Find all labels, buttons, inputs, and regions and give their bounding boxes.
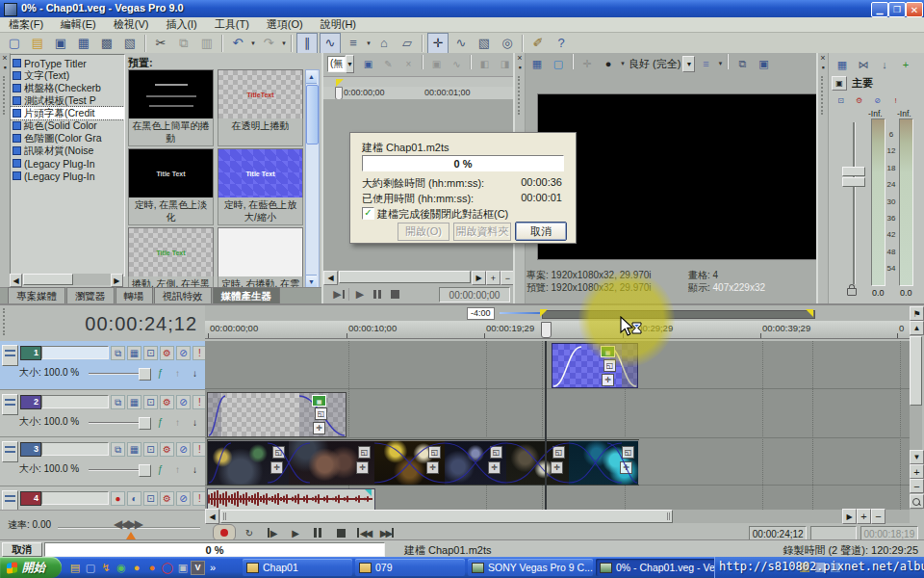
preset-thumbnail[interactable]	[128, 69, 214, 119]
master-automation-icon[interactable]: ⊡	[833, 92, 849, 109]
track-header-1[interactable]: 1⧉▦⊡⚙⊘!大小: 100.0 %ƒ↑↓	[0, 341, 205, 390]
snap-toggle-icon[interactable]: ∥	[296, 33, 318, 54]
ql-camera-icon[interactable]: ▣	[175, 560, 191, 575]
pin-panel-icon[interactable]: ▪	[515, 63, 525, 72]
track-name-field[interactable]	[41, 491, 109, 505]
arm-record-icon[interactable]: ●	[111, 491, 125, 506]
automation-settings-icon[interactable]: ⊡	[143, 346, 158, 360]
meter-right[interactable]	[899, 118, 913, 286]
ql-opera-icon[interactable]: ◯	[160, 560, 175, 575]
preset-thumbnail[interactable]: TitleText	[218, 69, 303, 119]
param-slider-handle[interactable]	[139, 368, 151, 381]
tab-專案媒體[interactable]: 專案媒體	[8, 287, 65, 304]
trimmer-marker-icon[interactable]	[336, 79, 344, 87]
taskbar-button[interactable]: SONY Vegas Pro 9 C...	[468, 559, 593, 576]
undo-dropdown-icon[interactable]: ▼	[249, 40, 257, 46]
fade-down-icon[interactable]: ↓	[189, 367, 201, 380]
preset-thumbnail[interactable]: Title Text	[128, 148, 214, 198]
interactive-tutorials-icon[interactable]: ✐	[527, 33, 549, 54]
track-minimize-button[interactable]	[2, 345, 18, 366]
generator-item[interactable]: 片頭字幕(Credit	[11, 107, 124, 119]
fx-badge-icon[interactable]: ƒ	[154, 416, 167, 429]
preview-properties-icon[interactable]: ▦	[527, 54, 547, 73]
preset-thumbnail[interactable]: Title Text	[218, 148, 303, 198]
audio-fade-handle-icon[interactable]	[365, 489, 372, 496]
close-panel-icon[interactable]: ×	[0, 53, 10, 63]
cancel-render-button[interactable]: 取消	[2, 542, 42, 557]
timeline-vscrollbar[interactable]: ▲ ▼ + −	[910, 321, 922, 510]
menu-item[interactable]: 檢視(V)	[105, 17, 158, 32]
dim-output-icon[interactable]: ↓	[875, 55, 894, 74]
fade-up-icon[interactable]: ↑	[171, 416, 184, 429]
loop-start-marker[interactable]	[540, 309, 548, 317]
envelope-tool-icon[interactable]: ∿	[450, 33, 472, 54]
event-pan-icon[interactable]: ✛	[488, 461, 500, 474]
event-crop-icon[interactable]: ◱	[622, 446, 634, 459]
ql-chevron-icon[interactable]: »	[205, 560, 220, 575]
downmix-output-icon[interactable]: ⋈	[854, 55, 873, 74]
overlays-dropdown-icon[interactable]: ▼	[716, 54, 724, 73]
menu-item[interactable]: 說明(H)	[312, 17, 365, 32]
event-pan-icon[interactable]: ✛	[602, 374, 614, 386]
open-icon[interactable]: ▤	[27, 33, 48, 54]
fader-lock-icon[interactable]	[847, 288, 857, 296]
panel-grip[interactable]: × ▪	[818, 53, 829, 303]
save-frame-icon[interactable]: ▣	[754, 54, 773, 73]
generator-item[interactable]: 純色(Solid Color	[11, 119, 124, 132]
generator-item[interactable]: 棋盤格(Checkerb	[11, 82, 124, 94]
play-from-start-button[interactable]: ▶	[261, 525, 282, 540]
playhead-top-tab[interactable]	[541, 322, 552, 338]
master-fader-handle[interactable]	[842, 167, 865, 185]
master-bus-icon[interactable]: ▣	[832, 76, 847, 91]
event-pan-icon[interactable]: ✛	[551, 461, 563, 474]
marker-tool-button[interactable]: ⚑	[910, 306, 924, 321]
menu-item[interactable]: 工具(T)	[206, 17, 258, 32]
mute-icon[interactable]: ⊘	[176, 346, 191, 360]
track-fx-icon[interactable]: ⚙	[160, 491, 174, 506]
ql-chrome-icon[interactable]: ●	[129, 560, 144, 575]
marker-bar[interactable]: -4:00	[205, 305, 910, 322]
scroll-down-icon[interactable]: ▼	[306, 275, 317, 288]
scroll-thumb[interactable]	[23, 274, 72, 285]
track-motion-icon[interactable]: ⧉	[111, 395, 125, 409]
taskbar-button[interactable]: 0% - Chap01.veg - Ve...	[596, 559, 721, 576]
solo-icon[interactable]: !	[192, 395, 205, 409]
param-slider-handle[interactable]	[139, 464, 151, 477]
trimmer-cursor-tab[interactable]	[335, 87, 343, 100]
split-icon[interactable]: ∿	[448, 55, 466, 73]
track-fx-icon[interactable]: ⚙	[160, 346, 174, 360]
ripple-edit-dropdown-icon[interactable]: ▼	[365, 40, 372, 46]
generator-item[interactable]: 文字(Text)	[11, 69, 124, 82]
play-button[interactable]: ▶	[284, 525, 305, 540]
track-motion-icon[interactable]: ⧉	[111, 442, 125, 457]
generator-item[interactable]: 色階圖(Color Gra	[11, 132, 124, 144]
track-minimize-button[interactable]	[2, 490, 18, 511]
copy-frame-icon[interactable]: ⧉	[732, 54, 752, 73]
menu-item[interactable]: 選項(O)	[258, 17, 312, 32]
fade-down-icon[interactable]: ↓	[189, 416, 201, 429]
menu-item[interactable]: 編輯(E)	[52, 17, 105, 32]
whats-this-help-icon[interactable]: ?	[551, 33, 572, 54]
generator-item[interactable]: ProType Titler	[11, 57, 124, 69]
event-crop-icon[interactable]: ◱	[552, 446, 565, 459]
preset-thumbnail[interactable]	[218, 227, 303, 277]
scroll-thumb[interactable]	[910, 336, 922, 406]
preset-thumbnail[interactable]: Title Text	[128, 227, 214, 277]
current-time-display[interactable]: 00:00:24;12	[85, 313, 197, 335]
timeline-lanes[interactable]: ▦ ◱ ✛ ▦ ◱ ✛ ◱✛◱✛◱✛◱✛◱✛◱✛	[205, 341, 910, 510]
track-header-3[interactable]: 3⧉▦⊡⚙⊘!大小: 100.0 %ƒ↑↓	[0, 437, 205, 486]
lock-envelopes-icon[interactable]: ⌂	[373, 33, 395, 54]
trimmer-history-combo[interactable]: (無	[327, 56, 346, 72]
fx-badge-icon[interactable]: ƒ	[154, 367, 167, 380]
go-to-start-button[interactable]: ◀◀	[353, 525, 374, 540]
playhead[interactable]	[545, 341, 547, 510]
generator-item[interactable]: 訊噪材質(Noise	[11, 144, 124, 157]
scroll-thumb[interactable]	[339, 271, 471, 283]
mute-icon[interactable]: ⊘	[176, 395, 191, 409]
ignore-grouping-icon[interactable]: ▱	[397, 33, 418, 54]
properties-icon[interactable]: ▩	[96, 33, 117, 54]
automation-settings-icon[interactable]: ⊡	[143, 395, 158, 409]
generator-list[interactable]: ProType Titler文字(Text)棋盤格(Checkerb測試模板(T…	[10, 54, 125, 276]
track-fx-icon[interactable]: ⚙	[160, 395, 174, 409]
tab-瀏覽器[interactable]: 瀏覽器	[66, 287, 115, 304]
